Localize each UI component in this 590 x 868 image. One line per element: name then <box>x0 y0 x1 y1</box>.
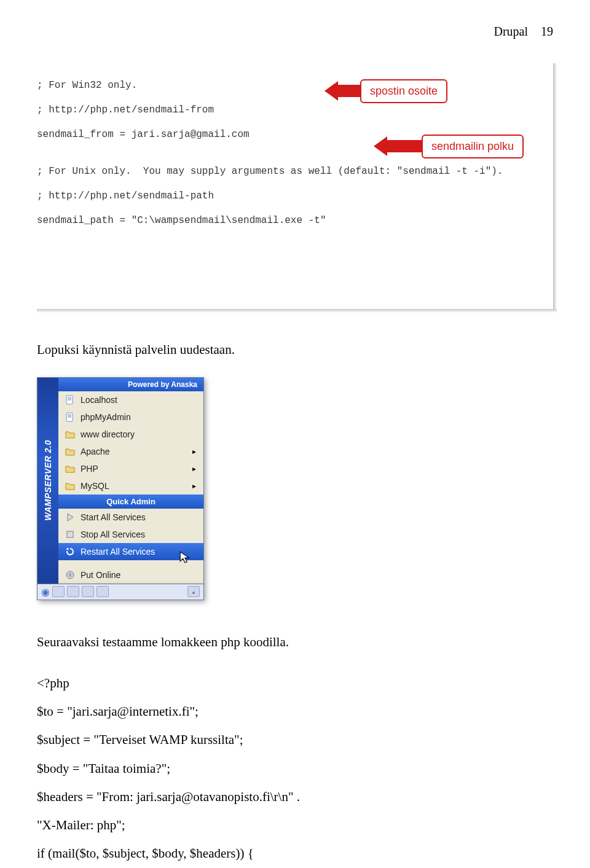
tray-button[interactable] <box>52 586 65 597</box>
menu-item-put-online[interactable]: Put Online <box>58 566 203 584</box>
wamp-side-label: WAMPSERVER 2.0 <box>43 440 53 520</box>
menu-item-label: Localhost <box>81 395 117 405</box>
menu-item-label: PHP <box>81 464 98 474</box>
wamp-tray: ◉ « <box>37 584 204 600</box>
menu-item-start-all[interactable]: Start All Services <box>58 509 203 526</box>
code-line: ; http://php.net/sendmail-path <box>37 190 553 202</box>
folder-icon <box>65 463 76 474</box>
chevron-right-icon: ▸ <box>192 482 196 490</box>
code-line: "X-Mailer: php"; <box>37 811 553 839</box>
callout-label: sendmailin polku <box>422 135 524 158</box>
code-line: sendmail_path = "C:\wampsendmail\sendmai… <box>37 214 553 227</box>
quick-admin-label: Quick Admin <box>106 497 155 506</box>
chevron-right-icon: ▸ <box>192 464 196 473</box>
code-line: $to = "jari.sarja@internetix.fi"; <box>37 697 553 725</box>
menu-item-mysql[interactable]: MySQL ▸ <box>58 477 203 495</box>
doc-title: Drupal <box>494 25 528 38</box>
wamp-side-banner: WAMPSERVER 2.0 <box>37 378 58 584</box>
menu-item-localhost[interactable]: Localhost <box>58 391 203 409</box>
tray-expand-button[interactable]: « <box>187 586 200 597</box>
menu-item-apache[interactable]: Apache ▸ <box>58 443 203 460</box>
stop-icon <box>65 529 76 540</box>
code-line: if (mail($to, $subject, $body, $headers)… <box>37 839 553 867</box>
code-line: <?php <box>37 669 553 697</box>
menu-item-label: Restart All Services <box>81 547 155 557</box>
svg-marker-2 <box>68 514 73 521</box>
restart-icon <box>65 546 76 557</box>
svg-rect-3 <box>67 531 73 538</box>
folder-icon <box>65 429 76 440</box>
svg-marker-4 <box>66 547 69 550</box>
tray-button[interactable] <box>82 586 94 597</box>
menu-item-label: Start All Services <box>81 512 146 522</box>
code-line: ; For Unix only. You may supply argument… <box>37 165 553 178</box>
tray-button[interactable] <box>67 586 79 597</box>
page-icon <box>65 394 76 405</box>
menu-item-label: Put Online <box>81 570 120 580</box>
globe-icon <box>65 569 76 581</box>
callout-sendmail-path: sendmailin polku <box>387 135 524 158</box>
menu-item-label: Stop All Services <box>81 530 145 539</box>
menu-item-label: MySQL <box>81 481 109 491</box>
page-header: Drupal 19 <box>37 25 553 39</box>
play-icon <box>65 512 76 523</box>
tray-bullet-icon: ◉ <box>41 586 50 598</box>
menu-item-label: phpMyAdmin <box>81 412 131 422</box>
chevron-right-icon: ▸ <box>192 447 196 456</box>
callout-sendmail-from: spostin osoite <box>338 79 447 103</box>
folder-icon <box>65 446 76 457</box>
code-line: ; For Win32 only. <box>37 79 553 92</box>
php-code-listing: <?php $to = "jari.sarja@internetix.fi"; … <box>37 669 553 868</box>
wamp-menu-screenshot: WAMPSERVER 2.0 Powered by Anaska Localho… <box>37 377 204 600</box>
menu-item-label: www directory <box>81 429 135 439</box>
menu-item-label: Apache <box>81 447 109 456</box>
code-line: $body = "Taitaa toimia?"; <box>37 754 553 783</box>
page-icon <box>65 412 76 423</box>
page-number: 19 <box>541 25 553 38</box>
code-line: $headers = "From: jari.sarja@otavanopist… <box>37 783 553 811</box>
menu-item-php[interactable]: PHP ▸ <box>58 460 203 477</box>
wamp-header: Powered by Anaska <box>58 378 203 391</box>
callout-label: spostin osoite <box>360 79 447 103</box>
arrow-icon <box>387 140 422 152</box>
menu-item-www-directory[interactable]: www directory <box>58 426 203 443</box>
code-line: ; http://php.net/sendmail-from <box>37 104 553 116</box>
menu-item-stop-all[interactable]: Stop All Services <box>58 526 203 543</box>
paragraph-restart: Lopuksi käynnistä palvelin uudestaan. <box>37 340 553 360</box>
menu-item-restart-all[interactable]: Restart All Services <box>58 543 203 560</box>
quick-admin-header: Quick Admin <box>58 495 203 509</box>
tray-button[interactable] <box>96 586 109 597</box>
arrow-icon <box>338 85 360 97</box>
folder-icon <box>65 480 76 491</box>
paragraph-test: Seuraavaksi testaamme lomakkeen php kood… <box>37 632 553 652</box>
ini-code-screenshot: ; For Win32 only. ; http://php.net/sendm… <box>37 63 553 309</box>
menu-item-phpmyadmin[interactable]: phpMyAdmin <box>58 409 203 426</box>
code-line: $subject = "Terveiset WAMP kurssilta"; <box>37 725 553 754</box>
